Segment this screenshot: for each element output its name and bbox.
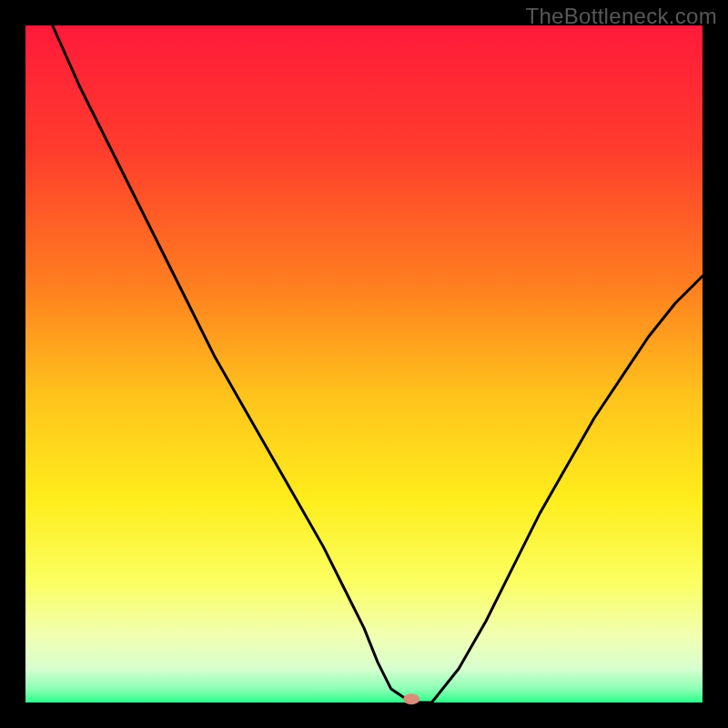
chart-frame: TheBottleneck.com xyxy=(0,0,728,728)
optimum-marker xyxy=(403,693,420,704)
bottleneck-chart xyxy=(0,0,728,728)
watermark-text: TheBottleneck.com xyxy=(525,4,717,29)
plot-background xyxy=(25,25,703,703)
